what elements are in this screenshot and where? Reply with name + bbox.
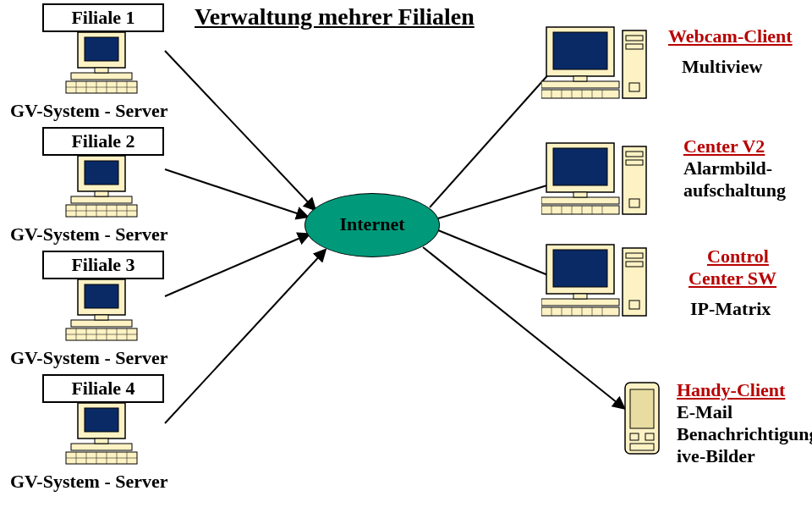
caption-filiale-3: GV-System - Server: [10, 347, 168, 369]
box-filiale-2: Filiale 2: [42, 127, 164, 156]
workstation-icon: [541, 24, 651, 103]
svg-rect-10: [71, 73, 132, 80]
svg-line-0: [165, 51, 313, 207]
svg-rect-45: [85, 408, 118, 432]
svg-rect-33: [85, 284, 118, 308]
svg-rect-21: [85, 161, 118, 185]
svg-rect-59: [573, 76, 587, 81]
svg-rect-105: [630, 444, 654, 450]
svg-line-4: [430, 63, 558, 207]
internet-label: Internet: [304, 213, 440, 235]
svg-rect-84: [626, 160, 643, 165]
caption-filiale-4: GV-System - Server: [10, 471, 168, 493]
webcam-client-link: Webcam-Client: [668, 25, 793, 47]
workstation-icon: [541, 241, 651, 321]
webcam-client-label: Webcam-Client Multiview: [668, 25, 793, 78]
handy-client-label: Handy-Client E-Mail BenachrichtigungL iv…: [677, 379, 812, 467]
workstation-icon: [541, 140, 651, 219]
svg-line-1: [165, 169, 304, 216]
svg-rect-85: [629, 199, 639, 207]
svg-rect-72: [553, 148, 607, 185]
svg-rect-46: [71, 444, 132, 450]
svg-rect-83: [626, 152, 643, 157]
svg-line-5: [438, 182, 558, 218]
svg-rect-98: [626, 253, 643, 258]
svg-rect-47: [95, 439, 108, 444]
box-filiale-1: Filiale 1: [42, 3, 164, 32]
svg-rect-70: [629, 83, 639, 91]
caption-filiale-1: GV-System - Server: [10, 100, 168, 122]
svg-rect-100: [629, 301, 639, 309]
control-link: Control: [707, 245, 769, 267]
svg-rect-103: [630, 433, 639, 440]
svg-rect-75: [541, 206, 619, 214]
svg-line-3: [165, 252, 323, 423]
computer-icon: [59, 278, 144, 347]
center-sw-link: Center SW: [689, 268, 776, 289]
svg-rect-73: [541, 197, 619, 204]
center-v2-link: Center V2: [683, 135, 765, 157]
aufschaltung-label: aufschaltung: [683, 179, 786, 201]
svg-rect-68: [626, 36, 643, 41]
computer-icon: [59, 154, 144, 223]
ip-matrix-label: IP-Matrix: [690, 298, 771, 320]
svg-rect-57: [553, 32, 607, 69]
center-v2-label: Center V2 Alarmbild- aufschaltung: [683, 135, 786, 201]
alarmbild-label: Alarmbild-: [683, 157, 772, 179]
svg-rect-90: [541, 307, 619, 316]
svg-rect-104: [645, 433, 654, 440]
ive-bilder-label: ive-Bilder: [677, 445, 755, 466]
svg-rect-23: [95, 191, 108, 196]
svg-rect-102: [630, 389, 654, 428]
svg-rect-60: [541, 90, 619, 98]
svg-rect-11: [95, 68, 108, 73]
control-center-label: Control Center SW IP-Matrix: [707, 245, 776, 320]
svg-line-2: [165, 235, 306, 296]
email-label: E-Mail: [677, 401, 732, 422]
svg-rect-88: [541, 299, 619, 306]
computer-icon: [59, 401, 144, 471]
box-filiale-3: Filiale 3: [42, 251, 164, 279]
svg-rect-58: [541, 81, 619, 88]
internet-cloud: Internet: [304, 193, 440, 257]
multiview-label: Multiview: [682, 56, 762, 78]
svg-rect-34: [71, 320, 132, 327]
benachrichtigung-label: BenachrichtigungL: [677, 423, 812, 444]
svg-rect-69: [626, 44, 643, 49]
svg-rect-89: [573, 294, 587, 299]
caption-filiale-2: GV-System - Server: [10, 223, 168, 245]
svg-rect-87: [553, 250, 607, 287]
svg-rect-9: [85, 37, 118, 61]
box-filiale-4: Filiale 4: [42, 374, 164, 403]
handy-client-link: Handy-Client: [677, 379, 785, 400]
mobile-phone-icon: [622, 381, 662, 461]
svg-rect-74: [573, 192, 587, 197]
computer-icon: [59, 30, 144, 100]
svg-rect-22: [71, 196, 132, 203]
svg-line-6: [438, 230, 558, 279]
page-title: Verwaltung mehrer Filialen: [195, 3, 475, 30]
svg-rect-35: [95, 315, 108, 320]
svg-rect-99: [626, 262, 643, 267]
